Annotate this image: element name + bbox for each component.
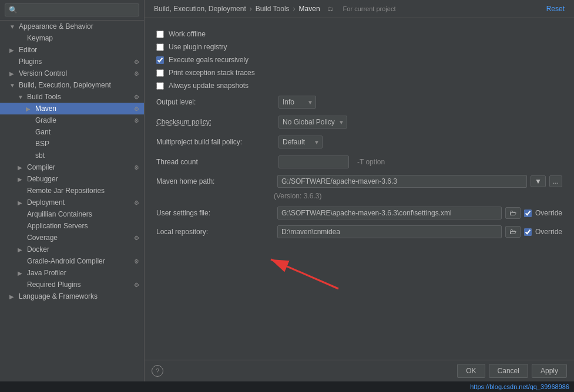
user-settings-browse-button[interactable]: 🗁 [505,207,521,219]
search-input[interactable] [5,4,139,16]
sidebar-item-docker[interactable]: ▶ Docker [0,244,144,255]
maven-home-browse-button[interactable]: ... [549,175,562,187]
settings-area: Work offline Use plugin registry Execute… [145,18,574,360]
checksum-policy-row: Checksum policy: No Global Policy Fail W… [156,112,562,132]
multiproject-select-wrapper: Default At End Never Fail Fast ▼ [278,136,323,148]
sidebar-item-bsp[interactable]: BSP [0,138,144,150]
ok-button[interactable]: OK [457,364,485,378]
sidebar-item-app-servers[interactable]: Application Servers [0,220,144,232]
local-repo-input[interactable] [277,225,502,238]
sidebar-item-build-tools[interactable]: ▼ Build Tools ⚙ [0,91,144,103]
sidebar-item-label: Deployment [27,198,132,207]
sidebar-item-label: Compiler [27,163,132,171]
output-level-label: Output level: [156,98,274,106]
use-plugin-checkbox[interactable] [156,43,164,51]
arrow-icon: ▶ [26,106,33,112]
breadcrumb: Build, Execution, Deployment › Build Too… [154,5,320,13]
sidebar-item-gradle[interactable]: Gradle ⚙ [0,114,144,126]
sidebar-item-language-frameworks[interactable]: ▶ Language & Frameworks [0,290,144,302]
sidebar-item-gradle-android[interactable]: Gradle-Android Compiler ⚙ [0,255,144,267]
sidebar-item-label: Keymap [27,34,139,42]
sidebar-item-label: Gradle [35,116,132,124]
sidebar-item-java-profiler[interactable]: ▶ Java Profiler [0,267,144,279]
arrow-icon: ▼ [18,94,25,100]
arrow-icon: ▶ [9,293,16,300]
main-content: Build, Execution, Deployment › Build Too… [145,0,574,381]
maven-home-dropdown-button[interactable]: ▼ [531,175,546,187]
arrow-icon: ▶ [18,246,25,253]
output-level-row: Output level: Info Debug Error ▼ [156,92,562,112]
work-offline-label: Work offline [169,30,206,38]
sidebar-item-label: Docker [27,245,139,254]
sidebar-item-label: Maven [35,104,132,113]
sidebar-item-keymap[interactable]: Keymap [0,32,144,44]
thread-count-input[interactable] [278,156,349,168]
sidebar-item-debugger[interactable]: ▶ Debugger [0,173,144,185]
page-icon: ⚙ [134,59,139,65]
for-project-label: For current project [343,5,396,12]
cancel-button[interactable]: Cancel [489,364,528,378]
maven-home-input[interactable] [277,175,527,188]
arrow-icon: ▼ [9,23,16,30]
local-repo-row: Local repository: 🗁 Override [156,222,562,241]
multiproject-label: Multiproject build fail policy: [156,138,274,146]
page-icon: ⚙ [134,235,139,241]
sidebar-item-required-plugins[interactable]: Required Plugins ⚙ [0,279,144,290]
sidebar-item-label: Application Servers [27,222,139,230]
sidebar-item-appearance[interactable]: ▼ Appearance & Behavior [0,21,144,32]
page-icon: ⚙ [134,117,139,124]
breadcrumb-bar: Build, Execution, Deployment › Build Too… [145,0,574,18]
output-level-select[interactable]: Info Debug Error [278,96,316,109]
sidebar-item-arquillian[interactable]: Arquillian Containers [0,208,144,220]
always-update-label: Always update snapshots [169,82,249,90]
page-icon: ⚙ [134,164,139,171]
local-repo-label: Local repository: [156,228,274,236]
t-option-label: -T option [357,158,385,166]
sidebar-item-coverage[interactable]: Coverage ⚙ [0,232,144,244]
sidebar-item-label: Java Profiler [27,269,139,277]
apply-button[interactable]: Apply [532,364,567,378]
help-button[interactable]: ? [152,365,163,377]
multiproject-select[interactable]: Default At End Never Fail Fast [278,136,323,148]
sidebar-item-remote-jar[interactable]: Remote Jar Repositories [0,185,144,197]
sidebar-item-compiler[interactable]: ▶ Compiler ⚙ [0,161,144,173]
page-icon: ⚙ [134,94,139,100]
multiproject-row: Multiproject build fail policy: Default … [156,132,562,152]
arrow-icon: ▶ [18,164,25,171]
arrow-icon: ▼ [9,82,16,89]
sidebar-item-deployment[interactable]: ▶ Deployment ⚙ [0,197,144,208]
execute-goals-row: Execute goals recursively [156,53,562,66]
settings-panel: Work offline Use plugin registry Execute… [145,18,574,251]
search-box[interactable] [0,0,144,21]
sidebar-item-gant[interactable]: Gant [0,126,144,138]
local-repo-override-checkbox[interactable] [524,228,532,236]
sidebar-item-sbt[interactable]: sbt [0,150,144,161]
sidebar-item-maven[interactable]: ▶ Maven ⚙ [0,103,144,114]
use-plugin-label: Use plugin registry [169,43,227,51]
page-icon: ⚙ [134,70,139,77]
maven-home-label: Maven home path: [156,177,274,185]
work-offline-checkbox[interactable] [156,31,164,38]
breadcrumb-separator: › [250,5,252,13]
page-icon: ⚙ [134,200,139,206]
local-repo-override: Override [524,228,562,236]
sidebar: ▼ Appearance & Behavior Keymap ▶ Editor … [0,0,145,381]
sidebar-item-plugins[interactable]: Plugins ⚙ [0,56,144,67]
sidebar-item-build-execution[interactable]: ▼ Build, Execution, Deployment [0,79,144,91]
sidebar-item-label: Coverage [27,234,132,242]
user-settings-override-checkbox[interactable] [524,209,532,217]
print-exception-checkbox[interactable] [156,69,164,77]
sidebar-item-label: sbt [35,151,139,160]
user-settings-input[interactable] [277,207,502,219]
sidebar-item-label: Gradle-Android Compiler [27,257,132,265]
sidebar-item-label: Gant [35,128,139,136]
execute-goals-label: Execute goals recursively [169,56,249,64]
page-icon: ⚙ [134,258,139,265]
local-repo-browse-button[interactable]: 🗁 [505,226,521,238]
sidebar-item-version-control[interactable]: ▶ Version Control ⚙ [0,67,144,79]
always-update-checkbox[interactable] [156,82,164,90]
reset-button[interactable]: Reset [546,5,565,13]
checksum-select[interactable]: No Global Policy Fail Warn Ignore [278,116,347,129]
execute-goals-checkbox[interactable] [156,56,164,64]
sidebar-item-editor[interactable]: ▶ Editor [0,44,144,56]
